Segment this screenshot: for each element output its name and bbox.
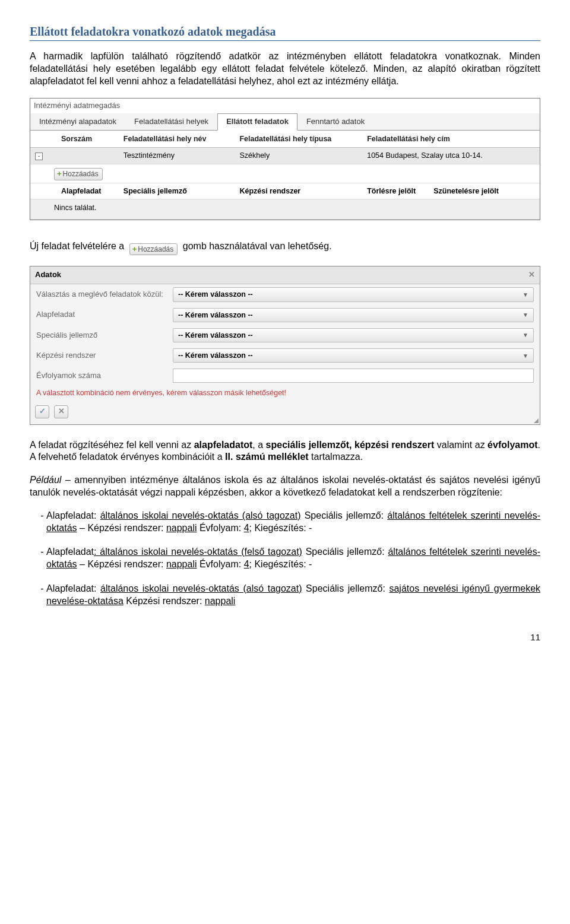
chevron-down-icon: ▼ bbox=[522, 331, 528, 339]
label-evfolyamok: Évfolyamok száma bbox=[36, 371, 173, 381]
tab-ellatott-feladatok[interactable]: Ellátott feladatok bbox=[217, 113, 297, 131]
tab-feladatellatasi-helyek[interactable]: Feladatellátási helyek bbox=[125, 113, 217, 131]
tab-bar: Intézményi alapadatok Feladatellátási he… bbox=[30, 113, 540, 131]
paragraph-2: Új feladat felvételére a +Hozzáadás gomb… bbox=[30, 240, 540, 256]
dialog-title: Adatok bbox=[35, 270, 61, 280]
empty-result: Nincs találat. bbox=[30, 199, 540, 219]
tab-fenntarto-adatok[interactable]: Fenntartó adatok bbox=[297, 113, 373, 131]
subcol-szunetelesre: Szünetelésre jelölt bbox=[433, 186, 499, 196]
col-hely-nev: Feladatellátási hely név bbox=[119, 131, 235, 148]
plus-icon: + bbox=[57, 169, 62, 178]
paragraph-4: Például – amennyiben intézménye általáno… bbox=[30, 474, 540, 499]
label-valasztas: Választás a meglévő feladatok közül: bbox=[36, 290, 173, 300]
paragraph-3: A feladat rögzítéséhez fel kell venni az… bbox=[30, 439, 540, 464]
x-icon: ✕ bbox=[58, 407, 65, 417]
input-evfolyamok[interactable] bbox=[173, 369, 534, 383]
label-specialis: Speciális jellemző bbox=[36, 331, 173, 341]
section-heading: Ellátott feladatokra vonatkozó adatok me… bbox=[30, 24, 540, 41]
select-valasztas[interactable]: -- Kérem válasszon -- ▼ bbox=[173, 287, 534, 301]
select-value: -- Kérem válasszon -- bbox=[178, 310, 253, 320]
tab-intezmenyi-alapadatok[interactable]: Intézményi alapadatok bbox=[30, 113, 125, 131]
tabs-screenshot: Intézményi adatmegadás Intézményi alapad… bbox=[30, 98, 540, 220]
error-message: A választott kombináció nem érvényes, ké… bbox=[30, 386, 540, 402]
sentence-2b: gomb használatával van lehetőség. bbox=[183, 241, 332, 251]
chevron-down-icon: ▼ bbox=[522, 352, 528, 360]
col-hely-tipusa: Feladatellátási hely típusa bbox=[235, 131, 362, 148]
paragraph-1: A harmadik lapfülön található rögzítendő… bbox=[30, 50, 540, 87]
select-value: -- Kérem válasszon -- bbox=[178, 290, 253, 299]
inline-add-button[interactable]: +Hozzáadás bbox=[129, 243, 178, 256]
ok-button[interactable]: ✓ bbox=[35, 405, 49, 418]
col-hely-cim: Feladatellátási hely cím bbox=[362, 131, 540, 148]
chevron-down-icon: ▼ bbox=[522, 311, 528, 319]
row-collapse-icon[interactable]: - bbox=[35, 153, 43, 160]
inline-add-label: Hozzáadás bbox=[138, 245, 173, 253]
subcol-torlesre: Törlésre jelölt bbox=[367, 186, 416, 196]
list-item: Alapfeladat: általános iskolai nevelés-o… bbox=[46, 510, 540, 535]
select-value: -- Kérem válasszon -- bbox=[178, 351, 253, 360]
add-button[interactable]: +Hozzáadás bbox=[54, 168, 103, 180]
check-icon: ✓ bbox=[39, 407, 46, 417]
chevron-down-icon: ▼ bbox=[522, 291, 528, 299]
select-specialis[interactable]: -- Kérem válasszon -- ▼ bbox=[173, 328, 534, 342]
list-item: Alapfeladat: általános iskolai nevelés-o… bbox=[46, 546, 540, 571]
select-kepzesi[interactable]: -- Kérem válasszon -- ▼ bbox=[173, 348, 534, 363]
select-value: -- Kérem válasszon -- bbox=[178, 331, 253, 340]
breadcrumb: Intézményi adatmegadás bbox=[30, 99, 540, 113]
plus-icon: + bbox=[132, 245, 137, 253]
list-item: Alapfeladat: általános iskolai nevelés-o… bbox=[46, 583, 540, 608]
example-list: Alapfeladat: általános iskolai nevelés-o… bbox=[46, 510, 540, 608]
col-sorszam: Sorszám bbox=[56, 131, 119, 148]
cell-nev: Tesztintézmény bbox=[119, 148, 235, 164]
label-kepzesi: Képzési rendszer bbox=[36, 351, 173, 361]
subcol-specialis: Speciális jellemző bbox=[119, 183, 235, 199]
subcol-kepzesi: Képzési rendszer bbox=[235, 183, 362, 199]
label-alapfeladat: Alapfeladat bbox=[36, 310, 173, 320]
page-number: 11 bbox=[30, 631, 540, 643]
cell-cim: 1054 Budapest, Szalay utca 10-14. bbox=[362, 148, 540, 164]
sentence-2a: Új feladat felvételére a bbox=[30, 241, 127, 251]
cancel-button[interactable]: ✕ bbox=[54, 405, 68, 418]
table-row: - Tesztintézmény Székhely 1054 Budapest,… bbox=[30, 148, 540, 164]
close-icon[interactable]: ✕ bbox=[528, 270, 535, 280]
places-table: Sorszám Feladatellátási hely név Feladat… bbox=[30, 131, 540, 219]
cell-tipus: Székhely bbox=[235, 148, 362, 164]
select-alapfeladat[interactable]: -- Kérem válasszon -- ▼ bbox=[173, 308, 534, 322]
resize-handle-icon[interactable] bbox=[534, 418, 539, 423]
subcol-alapfeladat: Alapfeladat bbox=[56, 183, 119, 199]
adatok-dialog: Adatok ✕ Választás a meglévő feladatok k… bbox=[30, 266, 540, 424]
add-button-label: Hozzáadás bbox=[63, 170, 99, 178]
cell-sorszam bbox=[56, 148, 119, 164]
